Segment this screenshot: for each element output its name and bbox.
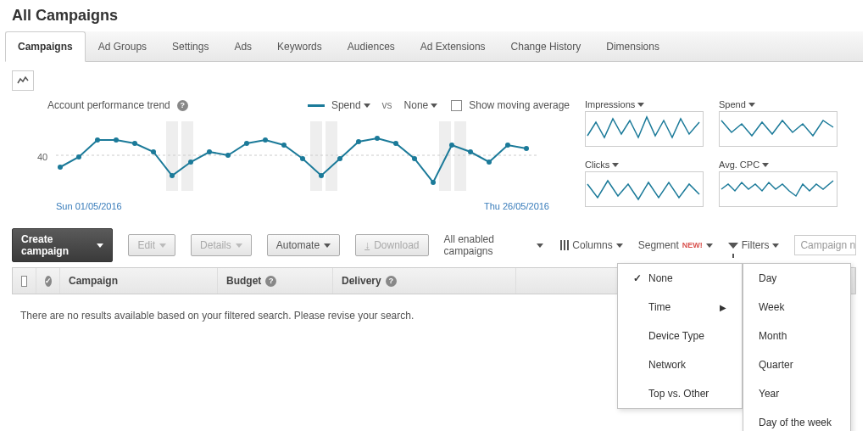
details-button[interactable]: Details [191,234,252,256]
mini-label: Impressions [585,99,635,109]
download-icon: ↓ [364,239,370,251]
svg-point-27 [431,180,436,185]
page-title: All Campaigns [0,0,868,31]
clicks-sparkline [586,172,703,206]
download-button[interactable]: ↓Download [355,234,428,256]
check-icon: ✓ [633,272,642,284]
caret-icon [97,243,103,248]
edit-button[interactable]: Edit [128,234,175,256]
time-month[interactable]: Month [743,322,850,337]
tab-ads[interactable]: Ads [221,31,264,61]
tab-settings[interactable]: Settings [159,31,221,61]
toggle-chart-button[interactable] [12,70,34,91]
mini-avg-cpc[interactable]: Avg. CPC [719,160,837,211]
date-start: Sun 01/05/2016 [56,201,122,211]
columns-icon [559,240,569,250]
svg-point-16 [225,153,231,158]
svg-point-29 [468,149,473,154]
svg-point-14 [188,160,193,165]
tab-dimensions[interactable]: Dimensions [593,31,672,61]
toolbar: Create campaign Edit Details Automate ↓D… [0,215,868,267]
main-chart: 40 [12,115,570,199]
caret-icon [637,103,644,107]
mini-label: Avg. CPC [719,160,760,170]
svg-point-21 [319,173,324,178]
segment-none[interactable]: ✓None [618,264,742,293]
vs-label: vs [382,99,392,111]
new-badge: NEW! [682,241,703,249]
moving-avg-checkbox[interactable] [451,100,462,111]
caret-icon [324,243,331,248]
caret-icon [762,163,769,167]
metric1-dropdown[interactable]: Spend [331,99,370,111]
svg-point-28 [449,143,454,148]
svg-point-9 [95,137,100,143]
status-icon: ✓ [45,276,52,287]
svg-rect-2 [310,121,322,191]
metric2-dropdown[interactable]: None [404,99,438,111]
time-week[interactable]: Week [743,293,850,322]
tab-change-history[interactable]: Change History [498,31,594,61]
spend-sparkline [720,112,837,146]
performance-charts: Account performance trend ? Spend vs Non… [0,91,868,215]
date-axis: Sun 01/05/2016 Thu 26/05/2016 [12,199,570,211]
legend-line [308,104,325,107]
help-icon[interactable]: ? [265,276,276,287]
segment-button[interactable]: SegmentNEW! [638,239,713,251]
moving-avg-label: Show moving average [469,99,570,111]
avg-cpc-sparkline [720,172,837,206]
segment-time[interactable]: Time▶ [618,293,742,322]
svg-point-24 [375,136,380,141]
svg-point-25 [393,141,398,146]
svg-rect-3 [326,121,337,191]
svg-rect-5 [454,121,466,191]
tab-campaigns[interactable]: Campaigns [5,31,86,62]
caret-icon [537,243,543,248]
svg-point-11 [132,141,137,146]
col-budget[interactable]: Budget? [218,268,333,294]
svg-point-7 [58,165,63,170]
chart-header: Account performance trend ? Spend vs Non… [12,99,570,111]
scope-dropdown[interactable]: All enabled campaigns [444,233,544,257]
filters-button[interactable]: Filters [728,239,780,251]
svg-point-31 [505,143,510,148]
svg-point-26 [412,156,417,161]
caret-icon [616,243,623,248]
svg-point-30 [487,160,492,165]
svg-point-18 [263,137,268,143]
caret-icon [706,243,713,248]
help-icon[interactable]: ? [177,100,188,111]
help-icon[interactable]: ? [386,276,397,287]
svg-point-23 [356,139,361,144]
tab-ad-groups[interactable]: Ad Groups [86,31,159,61]
mini-clicks[interactable]: Clicks [585,160,704,211]
svg-point-32 [524,146,529,151]
tab-keywords[interactable]: Keywords [264,31,335,61]
mini-label: Spend [719,99,746,109]
segment-menu: ✓None Time▶ Device Type Network Top vs. … [617,263,743,337]
tab-ad-extensions[interactable]: Ad Extensions [408,31,498,61]
mini-label: Clicks [585,160,609,170]
y-axis-label: 40 [37,152,47,162]
segment-device-type[interactable]: Device Type [618,322,742,337]
columns-button[interactable]: Columns [559,239,622,251]
col-campaign[interactable]: Campaign [60,268,218,294]
svg-rect-4 [439,121,451,191]
svg-point-17 [244,141,249,146]
create-campaign-button[interactable]: Create campaign [12,228,113,262]
caret-icon [612,163,619,167]
mini-spend[interactable]: Spend [719,99,837,151]
submenu-caret-icon: ▶ [720,303,726,312]
mini-impressions[interactable]: Impressions [585,99,704,151]
caret-icon [772,243,779,248]
automate-button[interactable]: Automate [267,234,340,256]
time-submenu: Day Week Month Quarter Year Day of the w… [743,263,851,337]
chart-label: Account performance trend [47,99,170,111]
search-input[interactable]: Campaign na [794,235,856,255]
tabs-bar: Campaigns Ad Groups Settings Ads Keyword… [5,31,863,62]
col-delivery[interactable]: Delivery? [333,268,516,294]
tab-audiences[interactable]: Audiences [335,31,408,61]
select-all-checkbox[interactable] [21,276,27,287]
svg-point-19 [281,143,287,148]
time-day[interactable]: Day [743,264,850,293]
